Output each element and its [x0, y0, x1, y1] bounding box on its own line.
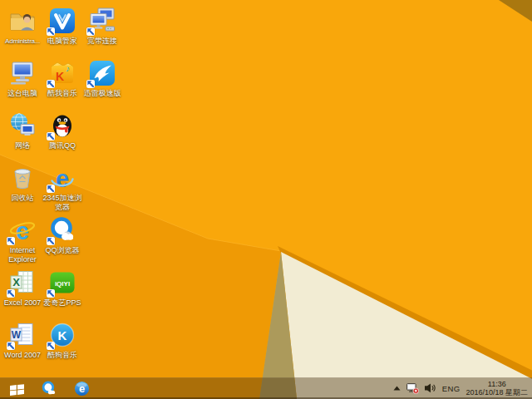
desktop-icon-qq[interactable]: 腾讯QQ — [42, 111, 82, 150]
start-button[interactable] — [3, 377, 30, 399]
show-hidden-icons-button[interactable] — [393, 386, 401, 391]
shortcut-arrow-badge — [47, 80, 55, 88]
computer-icon — [8, 59, 37, 87]
pinned-apps: e — [35, 377, 95, 399]
desktop-icon-excel-2007[interactable]: X Excel 2007 — [2, 268, 42, 308]
desktop: Administra... 电脑管家 — [0, 0, 532, 399]
desktop-icon-pc-manager[interactable]: 电脑管家 — [42, 7, 82, 46]
desktop-icon-label: Excel 2007 — [2, 298, 42, 308]
shortcut-arrow-badge — [47, 237, 55, 245]
desktop-icon-internet-explorer[interactable]: e Internet Explorer — [2, 216, 42, 264]
shortcut-arrow-badge — [7, 237, 15, 245]
iqiyi-icon: iQIYI — [48, 268, 76, 297]
taskbar-qq-browser-button[interactable] — [35, 377, 62, 399]
desktop-icon-label: 酷我音乐 — [42, 89, 82, 98]
clock[interactable]: 11:36 2016/10/18 星期二 — [466, 380, 528, 397]
desktop-icon-label: 网络 — [2, 141, 42, 150]
shortcut-arrow-badge — [47, 185, 55, 193]
desktop-icon-2345-browser[interactable]: e 2345加速浏览器 — [42, 164, 82, 212]
trash-bin-icon — [8, 164, 37, 192]
kugou-k-letter: K — [58, 328, 67, 342]
desktop-icon-recycle-bin[interactable]: 回收站 — [2, 164, 42, 203]
desktop-icon-label: 酷狗音乐 — [42, 351, 82, 360]
shortcut-arrow-badge — [86, 27, 95, 36]
excel-x-letter: X — [12, 276, 20, 288]
globe-monitor-icon — [8, 111, 37, 140]
windows-logo-icon — [9, 382, 25, 396]
ie-icon: e — [8, 216, 37, 244]
bird-icon — [88, 59, 116, 87]
desktop-icon-this-pc[interactable]: 这台电脑 — [2, 59, 42, 98]
shortcut-arrow-badge — [7, 289, 15, 298]
desktop-icon-label: 回收站 — [2, 194, 42, 203]
network-status-icon[interactable] — [406, 383, 419, 394]
desktop-icon-label: 宽带连接 — [82, 37, 122, 46]
desktop-icon-label: Internet Explorer — [2, 246, 42, 264]
desktop-icon-administrator[interactable]: Administra... — [2, 7, 42, 46]
shortcut-arrow-badge — [47, 27, 55, 36]
iqiyi-logo-text: iQIYI — [55, 280, 70, 288]
ring-cloud-icon — [41, 381, 57, 397]
kuwo-k-letter: K — [56, 70, 64, 83]
shortcut-arrow-badge — [7, 342, 15, 350]
shortcut-arrow-badge — [47, 342, 55, 350]
word-w-letter: W — [12, 329, 22, 341]
taskbar-e-browser-button[interactable]: e — [68, 377, 95, 399]
chevron-up-icon — [393, 386, 401, 391]
language-indicator[interactable]: ENG — [442, 384, 461, 393]
desktop-icon-label: QQ浏览器 — [42, 246, 82, 255]
desktop-icon-word-2007[interactable]: W Word 2007 — [2, 321, 42, 360]
word-icon: W — [8, 321, 37, 349]
shortcut-arrow-badge — [86, 80, 95, 88]
network-disconnected-icon — [406, 383, 419, 394]
desktop-icon-label: Administra... — [2, 37, 42, 46]
desktop-icon-label: 腾讯QQ — [42, 141, 82, 150]
desktop-icon-label: 爱奇艺PPS — [42, 298, 82, 308]
e-letter: e — [78, 382, 84, 395]
desktop-icon-xunlei[interactable]: 迅雷极速版 — [82, 59, 122, 98]
clock-date: 2016/10/18 星期二 — [466, 388, 528, 397]
kugou-icon: K — [48, 321, 76, 349]
desktop-icon-qq-browser[interactable]: QQ浏览器 — [42, 216, 82, 255]
desktop-icon-label: 迅雷极速版 — [82, 89, 122, 98]
penguin-icon — [48, 111, 76, 140]
music-box-icon: K ♪ — [48, 59, 76, 87]
system-tray: ENG 11:36 2016/10/18 星期二 — [393, 380, 532, 397]
taskbar: e — [0, 377, 532, 399]
blue-e-sphere-icon: e — [74, 381, 90, 397]
volume-icon[interactable] — [425, 383, 436, 393]
shield-check-icon — [48, 7, 76, 35]
ring-cloud-icon — [48, 216, 76, 244]
desktop-icon-kugou-music[interactable]: K 酷狗音乐 — [42, 321, 82, 360]
blue-e-icon: e — [48, 164, 76, 192]
user-folder-icon — [8, 7, 37, 35]
desktop-icon-network[interactable]: 网络 — [2, 111, 42, 150]
desktop-icon-label: 电脑管家 — [42, 37, 82, 46]
excel-icon: X — [8, 268, 37, 297]
two-monitors-icon — [88, 7, 116, 35]
desktop-icon-label: 这台电脑 — [2, 89, 42, 98]
desktop-icon-label: Word 2007 — [2, 351, 42, 360]
speaker-icon — [425, 383, 436, 393]
desktop-icon-label: 2345加速浏览器 — [42, 194, 82, 212]
shortcut-arrow-badge — [47, 132, 55, 140]
e-letter: e — [56, 165, 69, 192]
clock-time: 11:36 — [466, 380, 528, 389]
shortcut-arrow-badge — [47, 289, 55, 298]
music-note-glyph: ♪ — [66, 64, 70, 73]
desktop-icon-broadband[interactable]: 宽带连接 — [82, 7, 122, 46]
desktop-icon-kuwo-music[interactable]: K ♪ 酷我音乐 — [42, 59, 82, 98]
desktop-icon-iqiyi-pps[interactable]: iQIYI 爱奇艺PPS — [42, 268, 82, 308]
